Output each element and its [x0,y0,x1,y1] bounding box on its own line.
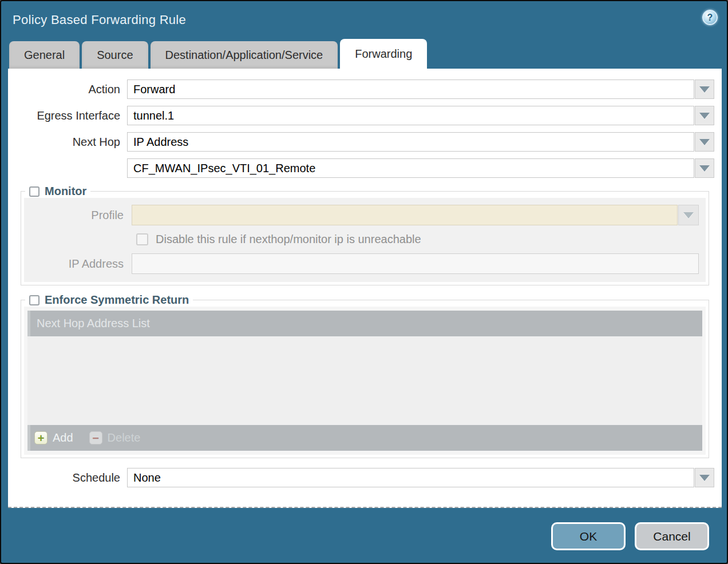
next-hop-type-input[interactable] [127,132,694,152]
monitor-ip-address-row: IP Address [24,253,706,274]
disable-rule-row: Disable this rule if nexthop/monitor ip … [136,233,706,246]
chevron-down-icon [699,139,710,145]
ok-button[interactable]: OK [551,522,626,550]
action-combo [127,80,714,99]
enforce-symmetric-return-legend: Enforce Symmetric Return [25,293,193,307]
profile-row: Profile [24,205,706,225]
disable-rule-checkbox [136,233,148,245]
chevron-down-icon [699,86,710,93]
chevron-down-icon [699,165,710,172]
cancel-button[interactable]: Cancel [635,522,709,550]
plus-icon: + [34,431,48,444]
egress-interface-input[interactable] [127,106,694,125]
monitor-legend: Monitor [25,185,90,198]
add-button-label: Add [53,431,73,444]
schedule-label: Schedule [8,471,127,484]
profile-label: Profile [24,209,132,222]
next-hop-combo [127,132,714,152]
schedule-row: Schedule [8,468,722,487]
next-hop-address-input[interactable] [127,158,694,178]
egress-interface-dropdown-button[interactable] [695,106,714,125]
forwarding-tab-panel: Action Egress Interface Next Hop [8,69,722,508]
action-label: Action [8,83,127,96]
action-row: Action [8,80,722,99]
enforce-symmetric-return-fieldset: Enforce Symmetric Return Next Hop Addres… [21,293,709,458]
tab-forwarding[interactable]: Forwarding [340,39,427,69]
egress-interface-combo [127,106,714,125]
monitor-ip-address-label: IP Address [24,257,132,271]
schedule-dropdown-button[interactable] [695,468,714,487]
monitor-body: Profile Disable this rule if nexthop/mon… [24,198,706,282]
egress-interface-row: Egress Interface [8,106,722,125]
disable-rule-label: Disable this rule if nexthop/monitor ip … [156,233,421,246]
next-hop-address-list-toolbar: + Add − Delete [27,425,702,451]
egress-interface-label: Egress Interface [8,109,127,122]
dialog-title: Policy Based Forwarding Rule [13,13,186,27]
next-hop-address-list-body [27,336,702,425]
chevron-down-icon [699,475,710,481]
monitor-legend-label: Monitor [45,185,86,198]
monitor-checkbox[interactable] [29,186,39,197]
enforce-symmetric-return-legend-label: Enforce Symmetric Return [45,293,189,307]
next-hop-address-list-container: Next Hop Address List + Add − Delete [24,307,706,455]
next-hop-dropdown-button[interactable] [695,132,714,152]
tab-general[interactable]: General [9,41,80,69]
profile-input [132,205,678,225]
chevron-down-icon [699,113,710,119]
tab-bar: General Source Destination/Application/S… [1,39,727,69]
help-icon[interactable]: ? [702,10,718,25]
chevron-down-icon [683,212,694,219]
dialog-footer: OK Cancel [1,508,727,550]
schedule-combo [127,468,714,487]
action-dropdown-button[interactable] [695,80,714,99]
next-hop-address-combo [127,158,714,178]
minus-icon: − [89,431,102,444]
policy-based-forwarding-dialog: Policy Based Forwarding Rule ? General S… [0,0,728,564]
monitor-fieldset: Monitor Profile Disable this rule if nex… [21,185,709,285]
next-hop-row: Next Hop [8,132,722,152]
profile-combo [132,205,699,225]
delete-button: − Delete [89,431,141,444]
enforce-symmetric-return-checkbox[interactable] [29,295,39,305]
monitor-ip-address-input [132,253,699,274]
tab-source[interactable]: Source [82,41,148,69]
next-hop-address-dropdown-button[interactable] [695,158,714,178]
title-bar: Policy Based Forwarding Rule ? [1,1,727,39]
next-hop-label: Next Hop [8,136,127,149]
action-input[interactable] [127,80,694,99]
next-hop-address-list-header: Next Hop Address List [27,311,702,336]
tab-destination-application-service[interactable]: Destination/Application/Service [151,41,338,69]
profile-dropdown-button [678,205,699,225]
schedule-input[interactable] [127,468,694,487]
delete-button-label: Delete [108,431,141,444]
add-button[interactable]: + Add [34,431,73,444]
next-hop-address-row [8,158,722,178]
